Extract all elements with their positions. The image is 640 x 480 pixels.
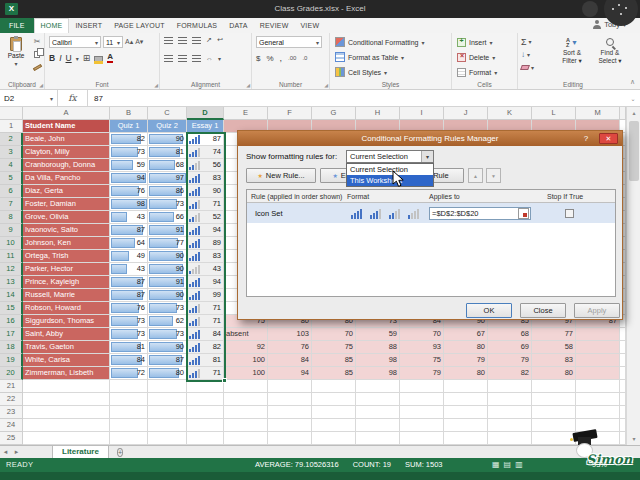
cell[interactable]: Grove, Olivia bbox=[23, 211, 110, 224]
cell[interactable] bbox=[356, 419, 400, 432]
cell[interactable]: 73 bbox=[148, 328, 187, 341]
cell[interactable]: Diaz, Gerta bbox=[23, 185, 110, 198]
cell[interactable]: Quiz 2 bbox=[148, 120, 187, 133]
cell[interactable]: 73 bbox=[148, 198, 187, 211]
percent-style-button[interactable]: % bbox=[266, 54, 273, 63]
cell[interactable] bbox=[110, 380, 148, 393]
vertical-scrollbar[interactable]: ▴ ▾ bbox=[626, 107, 640, 445]
cell[interactable]: 80 bbox=[444, 341, 488, 354]
column-header-D[interactable]: D bbox=[187, 107, 224, 120]
collapse-ribbon-button[interactable]: ∧ bbox=[630, 78, 635, 86]
cell[interactable]: 64 bbox=[110, 237, 148, 250]
cell[interactable]: 98 bbox=[110, 198, 148, 211]
cell[interactable]: 58 bbox=[532, 341, 576, 354]
cell[interactable]: 83 bbox=[532, 354, 576, 367]
cell[interactable]: 94 bbox=[268, 367, 312, 380]
cell[interactable]: Da Villa, Pancho bbox=[23, 172, 110, 185]
column-header-C[interactable]: C bbox=[148, 107, 187, 120]
font-color-button[interactable]: A bbox=[107, 53, 113, 63]
cell[interactable]: 82 bbox=[488, 367, 532, 380]
cell[interactable]: 43 bbox=[187, 263, 224, 276]
cell[interactable] bbox=[187, 393, 224, 406]
column-header-J[interactable]: J bbox=[444, 107, 488, 120]
cell[interactable] bbox=[488, 419, 532, 432]
page-layout-view-button[interactable]: ▤ bbox=[504, 458, 512, 472]
cell[interactable] bbox=[224, 432, 268, 445]
cell[interactable]: 88 bbox=[356, 341, 400, 354]
cell[interactable] bbox=[148, 380, 187, 393]
cell[interactable] bbox=[312, 406, 356, 419]
close-button[interactable]: Close bbox=[520, 303, 566, 318]
cell[interactable] bbox=[400, 406, 444, 419]
italic-button[interactable]: I bbox=[59, 53, 61, 63]
cell[interactable] bbox=[488, 406, 532, 419]
move-rule-down-button[interactable]: ▼ bbox=[486, 168, 501, 183]
cell[interactable]: Student Name bbox=[23, 120, 110, 133]
cell[interactable]: Cranborough, Donna bbox=[23, 159, 110, 172]
cell[interactable]: Essay 1 bbox=[187, 120, 224, 133]
cell[interactable]: 68 bbox=[488, 328, 532, 341]
cell[interactable]: 76 bbox=[110, 302, 148, 315]
cell[interactable]: 75 bbox=[400, 354, 444, 367]
row-header-15[interactable]: 15 bbox=[0, 302, 23, 315]
row-header-10[interactable]: 10 bbox=[0, 237, 23, 250]
font-dialog-launcher-icon[interactable]: ◢ bbox=[154, 82, 158, 88]
bold-button[interactable]: B bbox=[49, 53, 55, 63]
cell[interactable]: 94 bbox=[187, 276, 224, 289]
shrink-font-button[interactable]: A▾ bbox=[135, 38, 143, 46]
cell[interactable] bbox=[576, 328, 620, 341]
cell[interactable]: 92 bbox=[224, 341, 268, 354]
cell[interactable] bbox=[312, 419, 356, 432]
alignment-dialog-launcher-icon[interactable]: ◢ bbox=[246, 82, 250, 88]
cell[interactable] bbox=[576, 406, 620, 419]
row-header-18[interactable]: 18 bbox=[0, 341, 23, 354]
cell[interactable]: 93 bbox=[400, 341, 444, 354]
cell[interactable] bbox=[532, 406, 576, 419]
row-header-1[interactable]: 1 bbox=[0, 120, 23, 133]
cell[interactable]: 87 bbox=[110, 276, 148, 289]
number-format-select[interactable]: General▾ bbox=[256, 36, 322, 48]
cell[interactable]: 97 bbox=[148, 172, 187, 185]
chevron-down-icon[interactable]: ▾ bbox=[421, 151, 433, 162]
dialog-help-button[interactable]: ? bbox=[580, 133, 592, 144]
expand-formula-bar-button[interactable]: ⌄ bbox=[626, 90, 640, 106]
cell[interactable]: Russell, Marrie bbox=[23, 289, 110, 302]
fill-button[interactable]: ↓▾ bbox=[521, 49, 534, 60]
format-painter-button[interactable] bbox=[33, 62, 42, 72]
cell[interactable]: 66 bbox=[148, 211, 187, 224]
cell[interactable] bbox=[187, 432, 224, 445]
row-header-6[interactable]: 6 bbox=[0, 185, 23, 198]
cell[interactable]: 82 bbox=[187, 341, 224, 354]
page-break-view-button[interactable]: ▥ bbox=[515, 458, 523, 472]
stop-if-true-checkbox[interactable] bbox=[565, 209, 574, 218]
cell[interactable]: 89 bbox=[187, 237, 224, 250]
normal-view-button[interactable]: ▦ bbox=[492, 458, 500, 472]
clear-button[interactable]: ▾ bbox=[521, 62, 534, 73]
column-header-G[interactable]: G bbox=[312, 107, 356, 120]
column-header-M[interactable]: M bbox=[576, 107, 620, 120]
column-header-E[interactable]: E bbox=[224, 107, 268, 120]
cell[interactable]: 85 bbox=[312, 367, 356, 380]
cell[interactable]: 67 bbox=[444, 328, 488, 341]
cell[interactable] bbox=[488, 380, 532, 393]
apply-button[interactable]: Apply bbox=[574, 303, 620, 318]
cell[interactable] bbox=[23, 432, 110, 445]
cell[interactable] bbox=[356, 380, 400, 393]
row-header-19[interactable]: 19 bbox=[0, 354, 23, 367]
cell[interactable]: Travis, Gaeton bbox=[23, 341, 110, 354]
cut-button[interactable]: ✂ bbox=[34, 36, 41, 46]
row-header-17[interactable]: 17 bbox=[0, 328, 23, 341]
cell[interactable]: Saint, Abby bbox=[23, 328, 110, 341]
column-header-L[interactable]: L bbox=[532, 107, 576, 120]
cell[interactable]: 80 bbox=[148, 367, 187, 380]
cell[interactable]: Robson, Howard bbox=[23, 302, 110, 315]
cell[interactable]: Clayton, Milly bbox=[23, 146, 110, 159]
font-name-select[interactable]: Calibri▾ bbox=[49, 36, 101, 48]
cell[interactable]: 75 bbox=[312, 341, 356, 354]
cell[interactable] bbox=[148, 406, 187, 419]
underline-dropdown-icon[interactable]: ▾ bbox=[76, 55, 79, 62]
cell[interactable]: 71 bbox=[187, 367, 224, 380]
cell[interactable]: 68 bbox=[148, 159, 187, 172]
sort-filter-button[interactable]: ▼Sort &Filter ▾ bbox=[554, 35, 590, 64]
cell[interactable]: Zimmerman, Lisbeth bbox=[23, 367, 110, 380]
